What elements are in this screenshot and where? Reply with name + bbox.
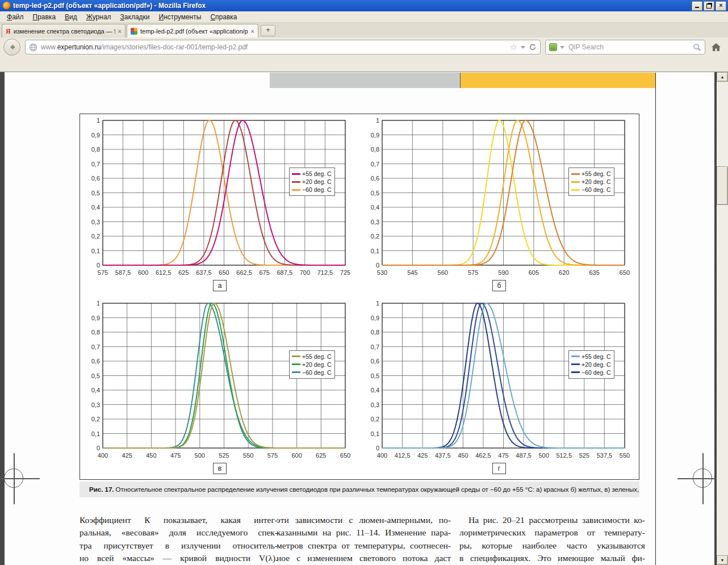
svg-text:0,9: 0,9 xyxy=(371,132,379,139)
legend-line-swatch xyxy=(292,355,300,357)
svg-text:0,7: 0,7 xyxy=(371,343,379,350)
legend-label: +20 deg. C xyxy=(302,361,332,368)
text-line: эти зависимости с люмен-амперными, по- xyxy=(277,514,451,526)
home-button[interactable] xyxy=(710,41,722,53)
svg-text:0,4: 0,4 xyxy=(91,387,100,394)
svg-text:0,3: 0,3 xyxy=(371,401,379,408)
vertical-scrollbar[interactable]: ▲ ▼ xyxy=(717,72,728,565)
svg-text:0,5: 0,5 xyxy=(91,190,100,196)
svg-text:0,6: 0,6 xyxy=(91,358,100,365)
text-line: ное с изменением светового потока даст xyxy=(277,552,451,564)
tab-yandex-search[interactable]: Я изменение спектра светодиода — Янд... … xyxy=(2,24,125,37)
svg-text:425: 425 xyxy=(122,452,132,459)
menu-item-edit[interactable]: Правка xyxy=(28,12,61,22)
url-text[interactable]: www.expertunion.ru/images/stories/files-… xyxy=(41,43,507,51)
menu-item-view[interactable]: Вид xyxy=(60,12,82,22)
svg-text:0,5: 0,5 xyxy=(371,190,379,196)
text-line: Коэффициент К показывает, какая интег- xyxy=(80,514,278,526)
legend-label: +20 deg. C xyxy=(581,361,611,368)
legend-б: +55 deg. C+20 deg. C−60 deg. C xyxy=(568,168,614,196)
svg-text:0,2: 0,2 xyxy=(371,233,379,240)
tab-label: temp-led-p2.pdf (объект «application/pd.… xyxy=(140,28,248,35)
search-input[interactable] xyxy=(567,43,690,52)
legend-line-swatch xyxy=(571,371,580,373)
svg-text:0,8: 0,8 xyxy=(371,146,379,153)
svg-text:0,1: 0,1 xyxy=(91,430,100,437)
svg-text:400: 400 xyxy=(377,452,387,459)
plot-а: 575587,5600612,5625637,5650662,5675687,5… xyxy=(80,114,359,284)
legend-line-swatch xyxy=(571,181,580,183)
legend-а: +55 deg. C+20 deg. C−60 deg. C xyxy=(289,168,335,196)
svg-text:625: 625 xyxy=(316,452,326,459)
plot-в: 40042545047550052555057560062565010,90,8… xyxy=(80,297,359,467)
tab-close-icon[interactable]: × xyxy=(118,28,122,35)
legend-line-swatch xyxy=(292,181,300,183)
menu-bar: Файл Правка Вид Журнал Закладки Инструме… xyxy=(0,11,728,23)
minimize-button[interactable] xyxy=(692,1,702,11)
menu-item-help[interactable]: Справка xyxy=(206,12,241,22)
menu-item-file[interactable]: Файл xyxy=(2,12,28,22)
svg-text:560: 560 xyxy=(438,269,448,276)
svg-text:712,5: 712,5 xyxy=(317,269,333,276)
svg-text:625: 625 xyxy=(178,269,189,276)
chart-a-red-leds: 575587,5600612,5625637,5650662,5675687,5… xyxy=(80,114,359,296)
plot-б: 53054556057559060562063565010,90,80,70,6… xyxy=(359,114,639,284)
svg-text:1: 1 xyxy=(97,300,100,307)
reload-icon[interactable] xyxy=(529,43,537,51)
url-bar[interactable]: www.expertunion.ru/images/stories/files-… xyxy=(25,40,541,55)
tab-close-icon[interactable]: × xyxy=(251,28,254,35)
restore-button[interactable] xyxy=(704,1,714,11)
svg-text:650: 650 xyxy=(620,269,630,276)
scroll-up-button[interactable]: ▲ xyxy=(717,72,728,82)
body-text-column-1: Коэффициент К показывает, какая интег-ра… xyxy=(80,514,278,565)
menu-item-history[interactable]: Журнал xyxy=(82,12,116,22)
new-tab-button[interactable]: + xyxy=(261,25,275,36)
magnifier-icon[interactable] xyxy=(693,43,701,52)
subfigure-letter: в xyxy=(213,463,227,474)
urlbar-dropdown-icon[interactable] xyxy=(521,46,525,49)
svg-text:530: 530 xyxy=(377,269,387,276)
svg-text:0,3: 0,3 xyxy=(371,219,379,225)
svg-text:425: 425 xyxy=(417,452,428,459)
figure-17-charts: 575587,5600612,5625637,5650662,5675687,5… xyxy=(80,114,639,480)
svg-text:0,8: 0,8 xyxy=(91,146,100,153)
svg-text:500: 500 xyxy=(195,452,205,459)
search-engine-dropdown-icon[interactable] xyxy=(560,46,564,49)
scrollbar-thumb[interactable] xyxy=(717,166,728,205)
legend-line-swatch xyxy=(571,363,580,365)
scroll-down-button[interactable]: ▼ xyxy=(717,555,728,565)
back-button[interactable] xyxy=(3,39,20,56)
window-titlebar[interactable]: temp-led-p2.pdf (объект «application/pdf… xyxy=(0,0,728,11)
legend-entry: +20 deg. C xyxy=(571,178,611,186)
svg-text:700: 700 xyxy=(300,269,310,276)
menu-item-bookmarks[interactable]: Закладки xyxy=(116,12,154,22)
svg-text:0,7: 0,7 xyxy=(91,343,100,350)
svg-text:0,3: 0,3 xyxy=(91,401,100,408)
svg-text:0,9: 0,9 xyxy=(91,132,100,139)
pdf-favicon xyxy=(131,28,137,35)
legend-entry: −60 deg. C xyxy=(292,186,332,194)
svg-text:0,1: 0,1 xyxy=(371,248,379,254)
legend-entry: +55 deg. C xyxy=(571,170,611,178)
svg-text:0: 0 xyxy=(97,445,100,451)
menu-item-tools[interactable]: Инструменты xyxy=(154,12,206,22)
legend-entry: +20 deg. C xyxy=(571,361,611,369)
close-button[interactable]: × xyxy=(716,1,726,11)
svg-text:512,5: 512,5 xyxy=(556,452,572,459)
tab-bar: Я изменение спектра светодиода — Янд... … xyxy=(0,23,728,37)
svg-text:475: 475 xyxy=(170,452,181,459)
svg-text:550: 550 xyxy=(620,452,630,459)
yandex-favicon: Я xyxy=(6,28,11,35)
svg-text:575: 575 xyxy=(468,269,478,276)
bookmark-star-icon[interactable]: ☆ xyxy=(510,43,517,51)
svg-text:650: 650 xyxy=(340,452,350,459)
search-bar[interactable] xyxy=(545,40,705,55)
svg-text:687,5: 687,5 xyxy=(277,269,292,276)
legend-label: +20 deg. C xyxy=(302,178,332,185)
tab-pdf-document[interactable]: temp-led-p2.pdf (объект «application/pd.… xyxy=(127,24,258,37)
legend-entry: −60 deg. C xyxy=(292,369,332,376)
svg-text:525: 525 xyxy=(219,452,229,459)
svg-text:0,4: 0,4 xyxy=(91,204,100,211)
svg-text:0,4: 0,4 xyxy=(371,387,379,394)
legend-label: −60 deg. C xyxy=(581,186,611,193)
